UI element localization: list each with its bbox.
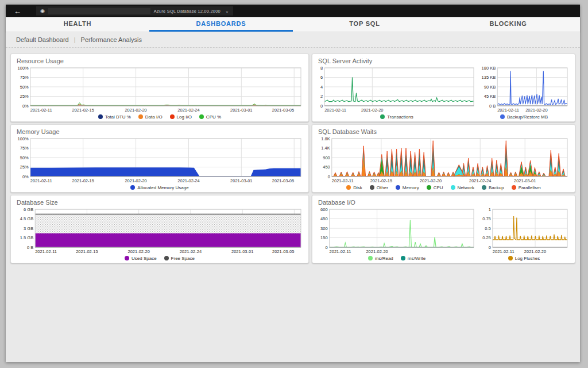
top-bar: ← ◉ Azure SQL Database 12.00.2000 ⌄ (6, 5, 580, 17)
svg-text:2021-02-11: 2021-02-11 (332, 178, 354, 183)
svg-text:2021-03-01: 2021-03-01 (230, 108, 252, 113)
legend-dot (500, 114, 505, 119)
breadcrumb-separator: | (74, 36, 76, 43)
legend-item: Free Space (164, 256, 195, 261)
svg-text:25%: 25% (20, 94, 29, 99)
backup-restore-legend: Backup/Restore MB (500, 113, 548, 121)
database-waits-legend: DiskOtherMemoryCPUNetworkBackupParalleli… (318, 183, 570, 191)
legend-dot (138, 114, 143, 119)
legend-item: Backup/Restore MB (500, 114, 548, 120)
server-selector-group: ◉ Azure SQL Database 12.00.2000 ⌄ (36, 6, 233, 16)
target-icon: ◉ (40, 9, 45, 14)
legend-dot (130, 185, 135, 190)
panel-sql-database-waits: SQL Database Waits 1.8K1.4K90045002021-0… (312, 124, 575, 193)
svg-text:2021-02-24: 2021-02-24 (177, 108, 199, 113)
svg-text:2021-02-20: 2021-02-20 (366, 249, 388, 254)
svg-text:2021-02-20: 2021-02-20 (125, 178, 146, 183)
svg-text:3 GB: 3 GB (24, 226, 33, 231)
svg-text:90 KB: 90 KB (484, 85, 496, 90)
legend-item: Log I/O (170, 114, 192, 120)
svg-text:4.5 GB: 4.5 GB (20, 216, 33, 221)
svg-text:0.25: 0.25 (482, 235, 491, 240)
server-selector-value[interactable]: Azure SQL Database 12.00.2000 (154, 9, 220, 14)
legend-dot (482, 185, 486, 190)
ms-read-write-chart: 60045030015002021-02-112021-02-20 (318, 207, 476, 254)
svg-text:2021-02-15: 2021-02-15 (72, 178, 94, 183)
svg-text:2021-03-01: 2021-03-01 (231, 249, 253, 254)
svg-text:150: 150 (320, 235, 328, 240)
svg-text:2021-02-24: 2021-02-24 (469, 178, 491, 183)
legend-item: CPU % (199, 114, 221, 120)
legend-item: Data I/O (138, 114, 163, 120)
chevron-down-icon[interactable]: ⌄ (225, 9, 229, 14)
panel-memory-usage: Memory Usage 100%75%50%25%0%2021-02-1120… (10, 124, 309, 193)
svg-text:2021-02-15: 2021-02-15 (72, 108, 94, 113)
legend-item: Allocated Memory Usage (130, 185, 188, 190)
database-waits-chart: 1.8K1.4K90045002021-02-112021-02-152021-… (318, 136, 570, 183)
transactions-sub-chart: 864202021-02-112021-02-20 Transactions (318, 66, 476, 121)
legend-dot (370, 185, 374, 190)
legend-label: Data I/O (145, 114, 163, 120)
legend-label: Allocated Memory Usage (137, 185, 188, 190)
svg-text:2021-02-11: 2021-02-11 (30, 178, 52, 183)
transactions-chart: 864202021-02-112021-02-20 (318, 66, 476, 113)
svg-text:2021-02-20: 2021-02-20 (125, 108, 146, 113)
legend-dot (170, 114, 175, 119)
breadcrumb-item-performance-analysis[interactable]: Performance Analysis (81, 36, 142, 43)
legend-label: Total DTU % (105, 114, 131, 120)
back-button[interactable]: ← (14, 7, 21, 15)
svg-text:2021-02-20: 2021-02-20 (524, 249, 546, 254)
svg-text:100%: 100% (18, 66, 29, 71)
legend-label: Free Space (171, 256, 195, 261)
legend-item: ms/Read (368, 256, 393, 261)
svg-text:900: 900 (323, 155, 330, 160)
legend-dot (98, 114, 103, 119)
svg-text:300: 300 (320, 226, 328, 231)
svg-text:2021-02-11: 2021-02-11 (324, 108, 346, 113)
svg-text:45 KB: 45 KB (484, 94, 496, 99)
svg-text:6 GB: 6 GB (24, 207, 33, 212)
svg-text:1.8K: 1.8K (321, 136, 330, 141)
svg-text:2021-02-24: 2021-02-24 (180, 249, 202, 254)
tab-dashboards[interactable]: DASHBOARDS (149, 17, 293, 32)
tab-health[interactable]: HEALTH (6, 17, 149, 32)
panel-title: SQL Database Waits (318, 128, 570, 135)
legend-dot (508, 256, 513, 260)
app-window: ← ◉ Azure SQL Database 12.00.2000 ⌄ HEAL… (6, 5, 580, 362)
legend-label: Log Flushes (515, 256, 540, 261)
legend-label: CPU % (206, 114, 221, 120)
transactions-legend: Transactions (380, 113, 413, 121)
legend-dot (125, 256, 129, 260)
svg-text:75%: 75% (20, 145, 29, 151)
svg-text:2: 2 (320, 94, 323, 99)
panel-resource-usage: Resource Usage 100%75%50%25%0%2021-02-11… (10, 53, 309, 122)
legend-label: Transactions (387, 114, 413, 120)
svg-text:25%: 25% (20, 164, 29, 170)
ms-io-sub-chart: 60045030015002021-02-112021-02-20 ms/Rea… (318, 207, 476, 262)
legend-dot (368, 256, 373, 260)
log-flushes-legend: Log Flushes (508, 254, 540, 262)
svg-text:2021-02-24: 2021-02-24 (177, 178, 199, 183)
log-flushes-sub-chart: 10.750.50.2502021-02-112021-02-20 Log Fl… (478, 207, 570, 262)
legend-label: CPU (434, 185, 443, 190)
legend-label: Memory (403, 185, 419, 190)
tab-top-sql[interactable]: TOP SQL (293, 17, 436, 32)
legend-label: ms/Read (375, 256, 393, 261)
legend-item: Transactions (380, 114, 413, 120)
svg-text:2021-02-11: 2021-02-11 (497, 108, 519, 113)
legend-label: Backup/Restore MB (507, 114, 548, 120)
svg-text:1.5 GB: 1.5 GB (20, 235, 33, 240)
legend-dot (512, 185, 516, 190)
svg-text:50%: 50% (20, 155, 29, 160)
backup-restore-sub-chart: 180 KB135 KB90 KB45 KB0 B2021-02-112021-… (478, 66, 570, 121)
svg-text:2021-03-05: 2021-03-05 (272, 249, 294, 254)
legend-dot (401, 256, 405, 260)
legend-label: Parallelism (519, 185, 541, 190)
tab-blocking[interactable]: BLOCKING (436, 17, 580, 32)
server-filter-input[interactable] (48, 8, 150, 14)
panel-database-io: Database I/O 60045030015002021-02-112021… (312, 195, 575, 263)
legend-item: Disk (346, 185, 362, 190)
legend-dot (346, 185, 351, 190)
breadcrumb-item-default-dashboard[interactable]: Default Dashboard (16, 36, 69, 43)
svg-text:2021-02-20: 2021-02-20 (420, 178, 442, 183)
